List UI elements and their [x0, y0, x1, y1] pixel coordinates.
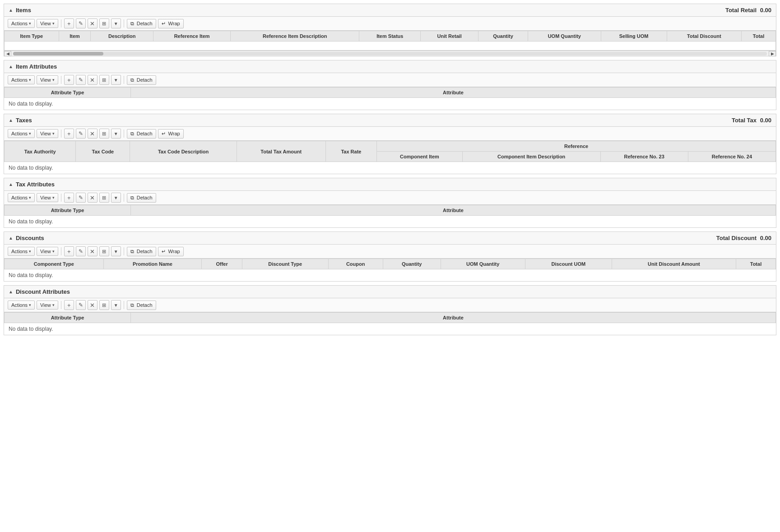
taxes-section-header: ▲ Taxes Total Tax 0.00 — [4, 114, 776, 127]
items-actions-btn[interactable]: Actions ▾ — [8, 19, 35, 28]
discount-attributes-table-btn[interactable]: ⊞ — [99, 300, 109, 310]
item-attributes-header-row: Attribute Type Attribute — [5, 88, 776, 98]
items-header-left: ▲ Items — [9, 7, 31, 14]
taxes-detach-btn[interactable]: ⧉ Detach — [127, 129, 156, 139]
discount-attributes-filter-btn[interactable]: ▼ — [111, 300, 121, 310]
items-total-value: 0.00 — [760, 7, 771, 14]
tax-attributes-edit-btn[interactable]: ✎ — [76, 193, 86, 203]
item-attributes-view-btn[interactable]: View ▾ — [37, 75, 58, 84]
tax-attributes-header: ▲ Tax Attributes — [4, 178, 776, 191]
discounts-view-btn[interactable]: View ▾ — [37, 247, 58, 256]
discounts-col-unit-discount-amount: Unit Discount Amount — [612, 259, 736, 269]
tax-attributes-filter-btn[interactable]: ▼ — [111, 193, 121, 203]
discounts-filter-btn[interactable]: ▼ — [111, 246, 121, 256]
taxes-delete-btn[interactable]: ✕ — [88, 129, 98, 139]
item-attributes-table-btn[interactable]: ⊞ — [99, 75, 109, 85]
items-header-row: Item Type Item Description Reference Ite… — [5, 31, 776, 42]
item-attributes-delete-btn[interactable]: ✕ — [88, 75, 98, 85]
taxes-title: Taxes — [16, 117, 32, 124]
item-attributes-edit-btn[interactable]: ✎ — [76, 75, 86, 85]
items-scroll-thumb[interactable] — [13, 52, 103, 56]
items-table-area: Item Type Item Description Reference Ite… — [4, 31, 776, 51]
taxes-view-btn[interactable]: View ▾ — [37, 129, 58, 138]
tax-attributes-delete-btn[interactable]: ✕ — [88, 193, 98, 203]
taxes-no-data: No data to display. — [4, 162, 776, 174]
tax-attributes-collapse-icon[interactable]: ▲ — [9, 182, 13, 187]
discounts-table-btn[interactable]: ⊞ — [99, 246, 109, 256]
items-scroll-right[interactable]: ▶ — [769, 51, 776, 56]
discounts-col-coupon: Coupon — [328, 259, 383, 269]
discounts-col-component-type: Component Type — [5, 259, 104, 269]
item-attributes-collapse-icon[interactable]: ▲ — [9, 64, 13, 69]
tax-attributes-view-btn[interactable]: View ▾ — [37, 193, 58, 202]
taxes-filter-btn[interactable]: ▼ — [111, 129, 121, 139]
discounts-col-discount-type: Discount Type — [242, 259, 328, 269]
items-scroll-track[interactable] — [13, 52, 767, 56]
items-table-btn[interactable]: ⊞ — [99, 19, 109, 28]
tax-attributes-detach-btn[interactable]: ⧉ Detach — [127, 193, 156, 203]
items-detach-btn[interactable]: ⧉ Detach — [127, 19, 156, 28]
items-view-btn[interactable]: View ▾ — [37, 19, 58, 28]
item-attributes-detach-btn[interactable]: ⧉ Detach — [127, 75, 156, 85]
discounts-detach-btn[interactable]: ⧉ Detach — [127, 247, 156, 256]
discounts-actions-btn[interactable]: Actions ▾ — [8, 247, 35, 256]
items-wrap-btn[interactable]: ↵ Wrap — [158, 19, 184, 28]
item-attributes-title: Item Attributes — [16, 63, 57, 70]
item-attributes-add-btn[interactable]: + — [64, 75, 74, 85]
item-attributes-filter-btn[interactable]: ▼ — [111, 75, 121, 85]
tax-attributes-separator-1 — [61, 194, 61, 202]
taxes-wrap-btn[interactable]: ↵ Wrap — [158, 129, 184, 139]
taxes-toolbar: Actions ▾ View ▾ + ✎ ✕ ⊞ ▼ ⧉ Detach ↵ Wr… — [4, 127, 776, 141]
discount-attributes-actions-btn[interactable]: Actions ▾ — [8, 301, 35, 310]
taxes-col-rate: Tax Rate — [325, 141, 376, 162]
items-total-label: Total Retail — [725, 7, 757, 14]
taxes-actions-btn[interactable]: Actions ▾ — [8, 129, 35, 138]
tax-attributes-add-btn[interactable]: + — [64, 193, 74, 203]
discounts-table: Component Type Promotion Name Offer Disc… — [4, 259, 776, 269]
tax-attributes-toolbar: Actions ▾ View ▾ + ✎ ✕ ⊞ ▼ ⧉ Detach — [4, 191, 776, 205]
discount-attributes-collapse-icon[interactable]: ▲ — [9, 289, 13, 294]
items-col-ref-item-desc: Reference Item Description — [231, 31, 359, 42]
taxes-col-component-item-desc: Component Item Description — [462, 152, 600, 162]
discount-attributes-view-btn[interactable]: View ▾ — [37, 301, 58, 310]
page-container: ▲ Items Total Retail 0.00 Actions ▾ View… — [0, 0, 780, 532]
discount-attributes-edit-btn[interactable]: ✎ — [76, 300, 86, 310]
items-collapse-icon[interactable]: ▲ — [9, 8, 13, 13]
discount-attributes-header-row: Attribute Type Attribute — [5, 313, 776, 323]
items-add-btn[interactable]: + — [64, 19, 74, 28]
discounts-section-header: ▲ Discounts Total Discount 0.00 — [4, 232, 776, 245]
discount-attributes-add-btn[interactable]: + — [64, 300, 74, 310]
discount-attributes-detach-btn[interactable]: ⧉ Detach — [127, 301, 156, 310]
taxes-collapse-icon[interactable]: ▲ — [9, 118, 13, 123]
discounts-separator-2 — [124, 247, 124, 255]
discount-attributes-separator-1 — [61, 301, 61, 309]
items-delete-btn[interactable]: ✕ — [88, 19, 98, 28]
discounts-delete-btn[interactable]: ✕ — [88, 246, 98, 256]
taxes-edit-btn[interactable]: ✎ — [76, 129, 86, 139]
item-attributes-actions-arrow: ▾ — [29, 78, 31, 82]
items-filter-btn[interactable]: ▼ — [111, 19, 121, 28]
items-col-item: Item — [59, 31, 91, 42]
items-separator-1 — [61, 19, 61, 28]
tax-attributes-separator-2 — [124, 194, 124, 202]
discounts-collapse-icon[interactable]: ▲ — [9, 236, 13, 241]
taxes-section: ▲ Taxes Total Tax 0.00 Actions ▾ View ▾ … — [4, 114, 776, 174]
items-scroll-left[interactable]: ◀ — [4, 51, 11, 56]
taxes-col-total-amount: Total Tax Amount — [237, 141, 325, 162]
discount-attributes-delete-btn[interactable]: ✕ — [88, 300, 98, 310]
items-scrollbar[interactable]: ◀ ▶ — [4, 51, 776, 56]
tax-attributes-actions-btn[interactable]: Actions ▾ — [8, 193, 35, 202]
items-col-unit-retail: Unit Retail — [421, 31, 478, 42]
items-separator-2 — [124, 19, 124, 28]
tax-attributes-table-btn[interactable]: ⊞ — [99, 193, 109, 203]
items-edit-btn[interactable]: ✎ — [76, 19, 86, 28]
discounts-add-btn[interactable]: + — [64, 246, 74, 256]
taxes-table-btn[interactable]: ⊞ — [99, 129, 109, 139]
discounts-col-uom-qty: UOM Quantity — [441, 259, 525, 269]
item-attributes-actions-btn[interactable]: Actions ▾ — [8, 75, 35, 84]
discounts-edit-btn[interactable]: ✎ — [76, 246, 86, 256]
taxes-view-arrow: ▾ — [52, 131, 55, 136]
taxes-add-btn[interactable]: + — [64, 129, 74, 139]
discounts-wrap-btn[interactable]: ↵ Wrap — [158, 247, 184, 256]
items-title: Items — [16, 7, 31, 14]
